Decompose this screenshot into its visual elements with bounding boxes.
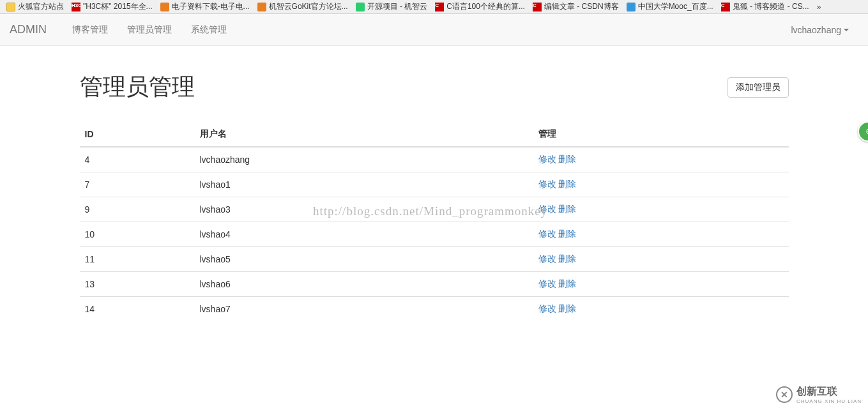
bookmark-label: C语言100个经典的算... [446,1,525,12]
cell-username: lvshao6 [195,272,533,297]
edit-link[interactable]: 修改 [538,154,556,164]
cell-username: lvshao5 [195,247,533,272]
cell-manage: 修改 删除 [533,197,789,222]
edit-link[interactable]: 修改 [538,303,556,314]
edit-link[interactable]: 修改 [538,253,556,264]
bookmark-label: 开源项目 - 机智云 [367,1,428,12]
bookmark-label: 编辑文章 - CSDN博客 [544,1,619,12]
bookmark-item[interactable]: CC语言100个经典的算... [431,1,529,12]
bookmark-favicon-icon: C [721,3,730,11]
navbar: ADMIN 博客管理 管理员管理 系统管理 lvchaozhang [0,14,868,46]
delete-link[interactable]: 删除 [558,278,576,289]
bookmark-favicon-icon [356,3,365,11]
table-row: 4lvchaozhang修改 删除 [80,147,789,172]
edit-link[interactable]: 修改 [538,179,556,189]
page-header-row: 管理员管理 添加管理员 [80,72,789,103]
table-row: 14lvshao7修改 删除 [80,297,789,322]
navbar-user-dropdown[interactable]: lvchaozhang [781,15,858,45]
cell-id: 10 [80,222,195,247]
edit-link[interactable]: 修改 [538,229,556,239]
cell-username: lvshao1 [195,172,533,197]
navbar-brand[interactable]: ADMIN [10,23,56,36]
cell-manage: 修改 删除 [533,272,789,297]
bookmark-label: 电子资料下载-电子电... [172,1,250,12]
bookmark-label: 火狐官方站点 [18,1,64,12]
edit-link[interactable]: 修改 [538,278,556,289]
delete-link[interactable]: 删除 [558,154,576,164]
browser-bookmark-bar: 火狐官方站点H3C"H3C杯" 2015年全...电子资料下载-电子电...机智… [0,0,868,14]
bookmark-item[interactable]: 机智云GoKit官方论坛... [254,1,352,12]
bookmark-favicon-icon [6,3,15,11]
bookmark-favicon-icon [257,3,266,11]
bookmark-item[interactable]: 中国大学Mooc_百度... [623,1,717,12]
table-row: 7lvshao1修改 删除 [80,172,789,197]
edge-widget-icon[interactable]: 6 [858,121,868,142]
bookmark-label: "H3C杯" 2015年全... [83,1,153,12]
edit-link[interactable]: 修改 [538,204,556,214]
table-row: 10lvshao4修改 删除 [80,222,789,247]
col-header-id: ID [80,122,195,147]
delete-link[interactable]: 删除 [558,229,576,239]
col-header-username: 用户名 [195,122,533,147]
cell-manage: 修改 删除 [533,172,789,197]
bookmark-item[interactable]: 火狐官方站点 [3,1,68,12]
cell-manage: 修改 删除 [533,297,789,322]
cell-id: 9 [80,197,195,222]
main-container: 管理员管理 添加管理员 ID 用户名 管理 4lvchaozhang修改 删除7… [70,72,798,321]
bookmark-item[interactable]: C编辑文章 - CSDN博客 [529,1,623,12]
delete-link[interactable]: 删除 [558,253,576,264]
nav-item-blog[interactable]: 博客管理 [63,15,118,45]
bookmark-favicon-icon [627,3,636,11]
col-header-manage: 管理 [533,122,789,147]
cell-id: 4 [80,147,195,172]
bookmark-label: 中国大学Mooc_百度... [638,1,713,12]
caret-down-icon [844,29,849,31]
cell-username: lvshao4 [195,222,533,247]
page-title: 管理员管理 [80,72,195,103]
delete-link[interactable]: 删除 [558,204,576,214]
bookmark-overflow-button[interactable]: » [813,3,825,11]
admin-table: ID 用户名 管理 4lvchaozhang修改 删除7lvshao1修改 删除… [80,122,789,321]
delete-link[interactable]: 删除 [558,179,576,189]
table-row: 9lvshao3修改 删除 [80,197,789,222]
delete-link[interactable]: 删除 [558,303,576,314]
bookmark-label: 机智云GoKit官方论坛... [269,1,348,12]
bookmark-item[interactable]: 开源项目 - 机智云 [352,1,432,12]
bookmark-favicon-icon [160,3,169,11]
cell-manage: 修改 删除 [533,247,789,272]
cell-id: 11 [80,247,195,272]
cell-id: 14 [80,297,195,322]
navbar-user-label: lvchaozhang [791,25,841,35]
cell-username: lvshao3 [195,197,533,222]
bookmark-favicon-icon: C [435,3,444,11]
bookmark-item[interactable]: 电子资料下载-电子电... [156,1,254,12]
add-admin-button[interactable]: 添加管理员 [727,77,789,98]
cell-id: 7 [80,172,195,197]
cell-manage: 修改 删除 [533,147,789,172]
bookmark-favicon-icon: C [533,3,542,11]
nav-item-system[interactable]: 系统管理 [181,15,236,45]
cell-manage: 修改 删除 [533,222,789,247]
bookmark-label: 鬼狐 - 博客频道 - CS... [733,1,809,12]
bookmark-item[interactable]: C鬼狐 - 博客频道 - CS... [717,1,813,12]
bookmark-item[interactable]: H3C"H3C杯" 2015年全... [68,1,156,12]
nav-item-admin[interactable]: 管理员管理 [118,15,181,45]
table-header-row: ID 用户名 管理 [80,122,789,147]
table-row: 11lvshao5修改 删除 [80,247,789,272]
cell-id: 13 [80,272,195,297]
cell-username: lvshao7 [195,297,533,322]
bookmark-favicon-icon: H3C [72,3,80,11]
cell-username: lvchaozhang [195,147,533,172]
table-row: 13lvshao6修改 删除 [80,272,789,297]
